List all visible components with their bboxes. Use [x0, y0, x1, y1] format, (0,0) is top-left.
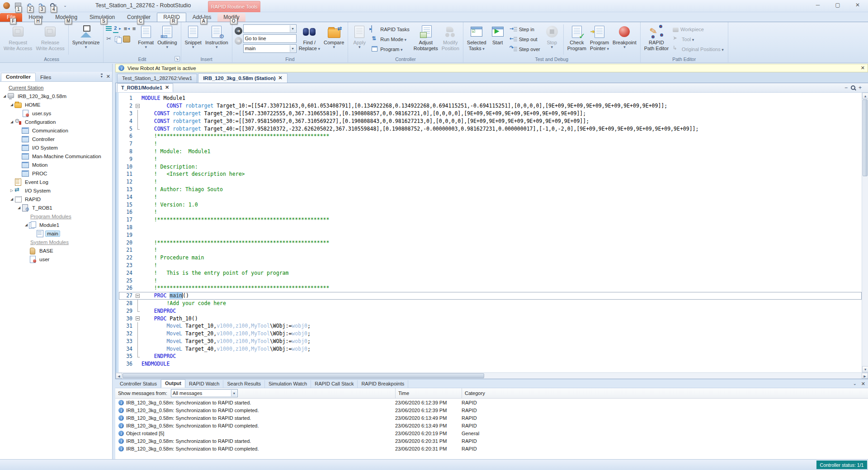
tree-item-man-machine-communication[interactable]: Man-Machine Communication	[0, 152, 112, 160]
output-tab-rapid-breakpoints[interactable]: RAPID Breakpoints	[358, 380, 408, 388]
check-program-button[interactable]: ✓ Check Program	[566, 24, 588, 52]
ribbon-tab-rapid[interactable]: RAPIDR	[157, 13, 186, 22]
column-header-category[interactable]: Category	[462, 388, 524, 398]
ribbon-tab-simulation[interactable]: SimulationS	[84, 13, 121, 22]
indent-right-icon[interactable]	[120, 26, 127, 33]
adjust-robtargets-button[interactable]: Adjust Robtargets	[412, 24, 439, 52]
tree-item-motion[interactable]: Motion	[0, 160, 112, 169]
ribbon-tab-home[interactable]: HomeH	[23, 13, 49, 22]
message-filter-dropdown[interactable]: All messages▾	[171, 389, 238, 397]
code-line-3[interactable]: 3 CONST robtarget Target_20:=[[547.33072…	[119, 110, 862, 118]
expander-icon[interactable]: ◢	[24, 223, 29, 227]
expander-icon[interactable]: ◢	[16, 206, 22, 210]
tree-item-current-station[interactable]: Current Station	[0, 83, 112, 92]
scope-combobox[interactable]: main▾	[243, 44, 297, 53]
code-line-24[interactable]: 24 ! This is the entry point of your pro…	[119, 269, 862, 277]
output-message-row[interactable]: iObject rotated [5]23/06/2020 6:20:19 PM…	[115, 429, 868, 437]
scrollbar-thumb[interactable]	[123, 373, 484, 378]
column-header-time[interactable]: Time	[395, 388, 462, 398]
panel-close-icon[interactable]: ✕	[106, 74, 110, 80]
scroll-right-arrow[interactable]: ▶	[862, 373, 868, 379]
minimize-button[interactable]: ─	[811, 1, 825, 9]
ribbon-tab-controller[interactable]: ControllerC	[121, 13, 156, 22]
tree-item-t-rob1[interactable]: ◢T_ROB1	[0, 203, 112, 212]
release-write-access-button[interactable]: Release Write Access	[34, 24, 66, 52]
tool-button[interactable]: ➤ Tool	[671, 34, 726, 44]
code-line-18[interactable]: 18	[119, 224, 862, 231]
compare-button[interactable]: ⇄ Compare	[322, 24, 345, 50]
output-message-row[interactable]: iIRB_120_3kg_0.58m: Synchronization to R…	[115, 445, 868, 452]
tree-item-user-sys[interactable]: user.sys	[0, 109, 112, 118]
tree-item-system-modules[interactable]: System Modules	[0, 238, 112, 246]
output-tab-controller-status[interactable]: Controller Status	[116, 380, 161, 388]
expander-icon[interactable]: ▷	[9, 188, 14, 193]
tree-item-i-o-system[interactable]: I/O System	[0, 143, 112, 152]
navigate-back-button[interactable]: ➜	[235, 27, 242, 35]
code-line-33[interactable]: 33 MoveL Target_30,v1000,z100,MyTool\WOb…	[119, 338, 862, 345]
code-line-27[interactable]: 27 PROC main()	[119, 292, 862, 300]
output-tab-rapid-call-stack[interactable]: RAPID Call Stack	[311, 380, 358, 388]
synchronize-button[interactable]: Synchronize	[71, 24, 101, 50]
tree-item-user[interactable]: user	[0, 255, 112, 263]
output-message-row[interactable]: iIRB_120_3kg_0.58m: Synchronization to R…	[115, 399, 868, 406]
expander-icon[interactable]: ◢	[9, 197, 14, 201]
code-line-12[interactable]: 12 !	[119, 178, 862, 186]
code-line-9[interactable]: 9 !	[119, 155, 862, 163]
tree-item-base[interactable]: BASE	[0, 246, 112, 255]
ribbon-tab-modify[interactable]: ModifyO	[217, 13, 245, 22]
step-in-button[interactable]: Step in	[508, 24, 542, 34]
code-line-6[interactable]: 6 !*************************************…	[119, 132, 862, 140]
scroll-down-arrow[interactable]: ▼	[862, 366, 868, 372]
code-line-22[interactable]: 22 ! Procedure main	[119, 254, 862, 262]
notification-close-icon[interactable]: ✕	[861, 65, 865, 71]
code-line-32[interactable]: 32 MoveL Target_20,v1000,z100,MyTool\WOb…	[119, 330, 862, 338]
rapid-tasks-button[interactable]: ▸ RAPID Tasks	[369, 24, 411, 34]
tree-item-controller[interactable]: Controller	[0, 135, 112, 143]
tree-item-irb-120-3kg-0-58m[interactable]: ◢IRB_120_3kg_0.58m	[0, 92, 112, 100]
horizontal-scrollbar[interactable]: ◀ ▶	[116, 372, 868, 379]
swap-case-icon[interactable]	[113, 26, 118, 33]
code-line-7[interactable]: 7 !	[119, 140, 862, 148]
magnifier-icon[interactable]	[851, 85, 855, 90]
code-line-10[interactable]: 10 ! Description:	[119, 163, 862, 170]
output-tab-simulation-watch[interactable]: Simulation Watch	[265, 380, 311, 388]
ribbon-tab-add-ins[interactable]: Add-InsA	[187, 13, 217, 22]
step-over-button[interactable]: Step over	[508, 44, 542, 54]
code-line-14[interactable]: 14 !	[119, 193, 862, 201]
search-combobox[interactable]: ▾	[243, 24, 297, 33]
find-replace-button[interactable]: Find / Replace	[297, 24, 321, 52]
output-tab-search-results[interactable]: Search Results	[223, 380, 265, 388]
zoom-out-icon[interactable]: −	[844, 85, 848, 91]
run-mode-button[interactable]: ⇅ Run Mode	[369, 34, 411, 44]
tree-item-home[interactable]: ◢HOME	[0, 100, 112, 109]
code-line-13[interactable]: 13 ! Author: Thiago Souto	[119, 186, 862, 193]
tree-item-i-o-system[interactable]: ▷I/O System	[0, 186, 112, 195]
code-line-25[interactable]: 25 !	[119, 277, 862, 284]
code-line-16[interactable]: 16 !	[119, 208, 862, 216]
original-positions-button[interactable]: ↳ Original Positions	[671, 44, 726, 54]
output-message-row[interactable]: iIRB_120_3kg_0.58m: Synchronization to R…	[115, 422, 868, 429]
step-out-button[interactable]: Step out	[508, 34, 542, 44]
align-icon[interactable]	[106, 26, 112, 32]
chevron-down-icon[interactable]: ▾	[290, 25, 296, 32]
code-line-20[interactable]: 20 !************************************…	[119, 239, 862, 246]
vertical-scrollbar[interactable]: ▲ ▼	[862, 93, 868, 372]
redo-button[interactable]: ↷▾3	[37, 1, 46, 10]
code-line-29[interactable]: 29 ENDPROC	[119, 307, 862, 315]
code-area[interactable]: 1MODULE Module12 CONST robtarget Target_…	[116, 93, 868, 372]
code-line-31[interactable]: 31 MoveL Target_10,v1000,z100,MyTool\WOb…	[119, 322, 862, 330]
instruction-button[interactable]: ⚙ Instruction	[204, 24, 230, 50]
stop-button[interactable]: Stop	[543, 24, 561, 50]
code-line-30[interactable]: 30 PROC Path_10()	[119, 315, 862, 322]
code-line-5[interactable]: 5 CONST robtarget Target_40:=[[307.95821…	[119, 125, 862, 132]
code-line-23[interactable]: 23 !	[119, 262, 862, 269]
code-line-8[interactable]: 8 ! Module: Module1	[119, 148, 862, 155]
fold-toggle-icon[interactable]	[134, 292, 142, 300]
snippet-button[interactable]: Snippet	[184, 24, 203, 50]
tree-item-module1[interactable]: ◢Module1	[0, 221, 112, 229]
code-line-15[interactable]: 15 ! Version: 1.0	[119, 201, 862, 208]
tree-item-main[interactable]: main	[0, 229, 112, 238]
code-line-4[interactable]: 4 CONST robtarget Target_30:=[[307.95815…	[119, 117, 862, 125]
selected-tasks-button[interactable]: ☑ Selected Tasks	[466, 24, 488, 52]
zoom-in-icon[interactable]: +	[859, 85, 862, 91]
